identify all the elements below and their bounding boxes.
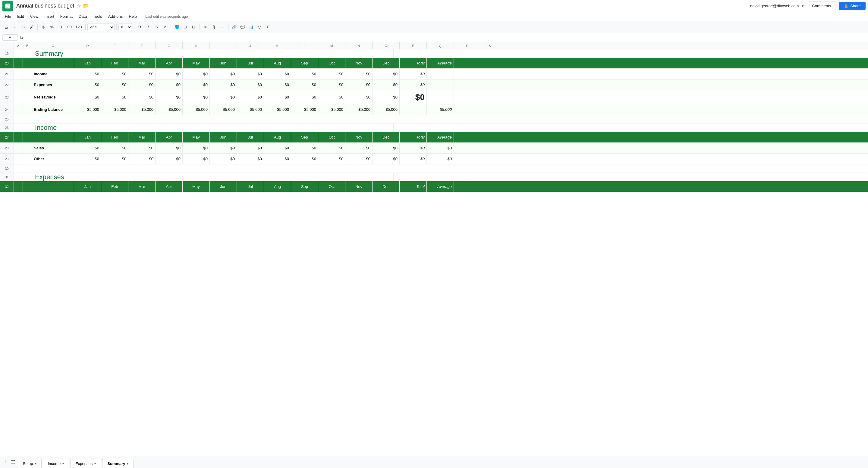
undo-button[interactable]: ↩ [11,23,19,31]
cell-f32-mar[interactable]: Mar [128,181,156,192]
fill-color-button[interactable]: 🪣 [173,23,181,31]
cell-d29[interactable]: $0 [74,154,101,164]
cell-m29[interactable]: $0 [318,154,345,164]
cell-h27-may[interactable]: May [183,132,210,142]
cell-f22[interactable]: $0 [128,79,156,90]
cell-f24[interactable]: $5,000 [128,104,156,115]
cell-p23-total[interactable]: $0 [400,90,427,104]
cell-i23[interactable]: $0 [210,90,237,104]
chart-button[interactable]: 📊 [247,23,255,31]
print-button[interactable]: 🖨 [2,23,10,31]
cell-g27-apr[interactable]: Apr [156,132,183,142]
cell-k28[interactable]: $0 [264,143,291,153]
cell-g29[interactable]: $0 [156,154,183,164]
cell-a21[interactable] [14,69,23,79]
cell-g24[interactable]: $5,000 [156,104,183,115]
cell-j23[interactable]: $0 [237,90,264,104]
cell-k27-aug[interactable]: Aug [264,132,291,142]
align-vertical-button[interactable]: ⇅ [210,23,218,31]
cell-q22-avg[interactable] [427,79,454,90]
cell-e28[interactable]: $0 [101,143,128,153]
col-header-o[interactable]: O [373,42,400,49]
paint-format-button[interactable]: 🖌 [28,23,36,31]
cell-e32-feb[interactable]: Feb [101,181,128,192]
currency-button[interactable]: $ [39,23,47,31]
cell-i27-jun[interactable]: Jun [210,132,237,142]
align-right-button[interactable]: → [218,23,226,31]
cell-k32-aug[interactable]: Aug [264,181,291,192]
cell-b21[interactable] [23,69,32,79]
dropdown-icon[interactable]: ▾ [802,4,804,8]
cell-q29-avg[interactable]: $0 [427,154,454,164]
cell-c19-summary-title[interactable]: Summary [32,49,394,58]
cell-j29[interactable]: $0 [237,154,264,164]
cell-g32-apr[interactable]: Apr [156,181,183,192]
cell-e27-feb[interactable]: Feb [101,132,128,142]
col-header-q[interactable]: Q [427,42,454,49]
cell-c21-label[interactable]: Income [32,69,74,79]
cell-i28[interactable]: $0 [210,143,237,153]
cell-l22[interactable]: $0 [291,79,318,90]
cell-h23[interactable]: $0 [183,90,210,104]
cell-p29-total[interactable]: $0 [400,154,427,164]
cell-g22[interactable]: $0 [156,79,183,90]
cell-o23[interactable]: $0 [373,90,400,104]
cell-b26[interactable] [23,124,32,132]
cell-l21[interactable]: $0 [291,69,318,79]
cell-q28-avg[interactable]: $0 [427,143,454,153]
menu-file[interactable]: File [2,13,13,20]
cell-row25[interactable] [14,115,868,123]
comments-button[interactable]: Comments [807,1,836,10]
merge-button[interactable]: ⊟ [190,23,198,31]
cell-m22[interactable]: $0 [318,79,345,90]
cell-b31[interactable] [23,173,32,181]
cell-n20-nov[interactable]: Nov [345,58,373,68]
cell-c26-income-title[interactable]: Income [32,124,394,132]
cell-f27-mar[interactable]: Mar [128,132,156,142]
cell-f29[interactable]: $0 [128,154,156,164]
cell-q21-avg[interactable] [427,69,454,79]
cell-a22[interactable] [14,79,23,90]
cell-e20-feb[interactable]: Feb [101,58,128,68]
menu-help[interactable]: Help [126,13,139,20]
cell-h29[interactable]: $0 [183,154,210,164]
cell-a19[interactable] [14,49,23,58]
cell-p28-total[interactable]: $0 [400,143,427,153]
cell-n22[interactable]: $0 [345,79,373,90]
cell-c28-label[interactable]: Sales [32,143,74,153]
col-header-f[interactable]: F [128,42,156,49]
cell-k20-aug[interactable]: Aug [264,58,291,68]
cell-d27-jan[interactable]: Jan [74,132,101,142]
cell-i20-jun[interactable]: Jun [210,58,237,68]
cell-l27-sep[interactable]: Sep [291,132,318,142]
cell-b27[interactable] [23,132,32,142]
menu-format[interactable]: Format [58,13,75,20]
cell-o21[interactable]: $0 [373,69,400,79]
cell-k21[interactable]: $0 [264,69,291,79]
cell-a28[interactable] [14,143,23,153]
cell-e23[interactable]: $0 [101,90,128,104]
cell-d22[interactable]: $0 [74,79,101,90]
col-header-a[interactable]: A [14,42,23,49]
share-button[interactable]: Share [839,2,866,10]
cell-m27-oct[interactable]: Oct [318,132,345,142]
col-header-k[interactable]: K [264,42,291,49]
align-left-button[interactable]: ≡ [202,23,210,31]
cell-a23[interactable] [14,90,23,104]
cell-e22[interactable]: $0 [101,79,128,90]
cell-d20-jan[interactable]: Jan [74,58,101,68]
cell-k22[interactable]: $0 [264,79,291,90]
col-header-s[interactable]: S [481,42,499,49]
cell-k24[interactable]: $5,000 [264,104,291,115]
cell-b20[interactable] [23,58,32,68]
cell-q32-average[interactable]: Average [427,181,454,192]
cell-p24-total[interactable] [400,104,427,115]
cell-b28[interactable] [23,143,32,153]
cell-k23[interactable]: $0 [264,90,291,104]
col-header-h[interactable]: H [183,42,210,49]
cell-e29[interactable]: $0 [101,154,128,164]
col-header-l[interactable]: L [291,42,318,49]
percent-button[interactable]: % [48,23,56,31]
strikethrough-button[interactable]: S [153,23,161,31]
cell-m32-oct[interactable]: Oct [318,181,345,192]
